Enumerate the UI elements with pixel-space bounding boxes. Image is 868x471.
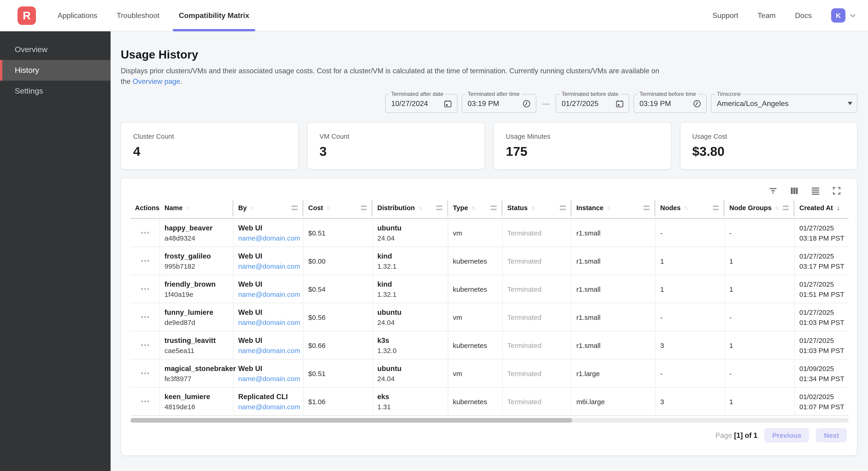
tab-troubleshoot[interactable]: Troubleshoot xyxy=(107,0,169,31)
column-menu-icon[interactable] xyxy=(644,206,650,210)
scrollbar-thumb[interactable] xyxy=(130,418,572,422)
email-link[interactable]: name@domain.com xyxy=(238,233,303,242)
distribution-name: ubuntu xyxy=(377,223,448,232)
table-row: happy_beavera48d9324 Web UIname@domain.c… xyxy=(130,219,849,247)
clock-icon[interactable] xyxy=(522,99,531,108)
sort-icon[interactable]: ↑↓ xyxy=(531,204,534,211)
email-link[interactable]: name@domain.com xyxy=(238,318,303,326)
email-link[interactable]: name@domain.com xyxy=(238,262,303,270)
sort-icon[interactable]: ↑↓ xyxy=(250,204,253,211)
calendar-icon[interactable] xyxy=(443,99,453,108)
account-menu-button[interactable]: K xyxy=(831,8,857,23)
column-menu-icon[interactable] xyxy=(491,206,497,210)
column-header-status[interactable]: Status↑↓ xyxy=(503,198,572,218)
sort-icon[interactable]: ↑↓ xyxy=(775,204,778,211)
columns-button[interactable] xyxy=(790,186,799,196)
column-header-cost[interactable]: Cost↑↓ xyxy=(304,198,373,218)
created-by: Web UI xyxy=(238,307,303,316)
kebab-menu-icon[interactable] xyxy=(144,232,146,234)
column-menu-icon[interactable] xyxy=(361,206,367,210)
clock-icon[interactable] xyxy=(692,99,702,108)
column-header-type[interactable]: Type↑↓ xyxy=(448,198,503,218)
column-header-instance[interactable]: Instance↑↓ xyxy=(572,198,656,218)
fullscreen-button[interactable] xyxy=(832,186,841,196)
nav-link-docs[interactable]: Docs xyxy=(795,11,812,20)
node-groups-cell: - xyxy=(725,359,795,387)
distribution-name: kind xyxy=(377,279,448,288)
sort-icon[interactable]: ↑↓ xyxy=(418,204,421,211)
column-label: By xyxy=(238,204,247,211)
status-cell: Terminated xyxy=(503,219,572,246)
kebab-menu-icon[interactable] xyxy=(144,288,146,290)
kebab-menu-icon[interactable] xyxy=(144,260,146,262)
overview-page-link[interactable]: Overview page xyxy=(133,78,180,85)
sidebar: Overview History Settings xyxy=(0,31,111,471)
kebab-menu-icon[interactable] xyxy=(144,401,146,402)
email-link[interactable]: name@domain.com xyxy=(238,402,303,411)
distribution-cell: ubuntu24.04 xyxy=(373,219,448,246)
created-time: 03:17 PM PST xyxy=(799,262,849,270)
sort-desc-icon[interactable]: ↓ xyxy=(837,204,840,212)
column-header-created-at[interactable]: Created At↓ xyxy=(795,198,849,218)
sort-icon[interactable]: ↑↓ xyxy=(471,204,474,211)
email-link[interactable]: name@domain.com xyxy=(238,290,303,298)
next-page-button[interactable]: Next xyxy=(816,428,847,442)
cost-cell: $0.66 xyxy=(304,331,373,359)
terminated-before-date-field[interactable]: Terminated before date 01/27/2025 xyxy=(556,94,629,113)
column-menu-icon[interactable] xyxy=(783,206,789,210)
distribution-cell: ubuntu24.04 xyxy=(373,303,448,331)
timezone-select[interactable]: Timezone America/Los_Angeles xyxy=(711,94,858,113)
sort-icon[interactable]: ↑↓ xyxy=(326,204,330,211)
terminated-after-date-field[interactable]: Terminated after date 10/27/2024 xyxy=(385,94,458,113)
sort-icon[interactable]: ↑↓ xyxy=(684,204,687,211)
sidebar-item-history[interactable]: History xyxy=(0,60,111,81)
field-value: America/Los_Angeles xyxy=(717,99,844,108)
sort-icon[interactable]: ↑↓ xyxy=(607,204,610,211)
table-row: funny_lumierede9ed87d Web UIname@domain.… xyxy=(130,303,849,331)
column-header-name[interactable]: Name↑↓ xyxy=(160,198,234,218)
column-header-nodes[interactable]: Nodes↑↓ xyxy=(656,198,725,218)
cost-value: $0.51 xyxy=(308,369,372,378)
kebab-menu-icon[interactable] xyxy=(144,344,146,346)
terminated-before-time-field[interactable]: Terminated before time 03:19 PM xyxy=(633,94,707,113)
terminated-after-time-field[interactable]: Terminated after time 03:19 PM xyxy=(462,94,536,113)
stat-value: 4 xyxy=(133,144,286,159)
column-menu-icon[interactable] xyxy=(713,206,719,210)
filter-button[interactable] xyxy=(769,186,778,196)
sidebar-item-overview[interactable]: Overview xyxy=(0,39,111,60)
kebab-menu-icon[interactable] xyxy=(144,372,146,374)
nav-link-team[interactable]: Team xyxy=(758,11,776,20)
distribution-cell: k3s1.32.0 xyxy=(373,331,448,359)
column-header-node-groups[interactable]: Node Groups↑↓ xyxy=(725,198,795,218)
column-header-actions: Actions xyxy=(130,198,160,218)
filter-icon xyxy=(769,186,778,196)
previous-page-button[interactable]: Previous xyxy=(764,428,809,442)
nav-link-support[interactable]: Support xyxy=(713,11,738,20)
by-cell: Web UIname@domain.com xyxy=(234,331,304,359)
email-link[interactable]: name@domain.com xyxy=(238,374,303,383)
status-badge: Terminated xyxy=(507,257,571,265)
status-badge: Terminated xyxy=(507,313,571,321)
column-menu-icon[interactable] xyxy=(292,206,298,210)
density-button[interactable] xyxy=(811,186,820,196)
column-menu-icon[interactable] xyxy=(560,206,566,210)
column-header-distribution[interactable]: Distribution↑↓ xyxy=(373,198,448,218)
distribution-name: ubuntu xyxy=(377,307,448,316)
sort-icon[interactable]: ↑↓ xyxy=(186,204,189,211)
email-link[interactable]: name@domain.com xyxy=(238,346,303,355)
type-value: kubernetes xyxy=(453,397,502,406)
column-header-by[interactable]: By↑↓ xyxy=(234,198,304,218)
calendar-icon[interactable] xyxy=(615,99,624,108)
column-menu-icon[interactable] xyxy=(436,206,442,210)
by-cell: Web UIname@domain.com xyxy=(234,219,304,246)
app-logo[interactable]: R xyxy=(18,6,36,25)
horizontal-scrollbar[interactable] xyxy=(130,418,849,422)
tab-applications[interactable]: Applications xyxy=(48,0,107,31)
row-actions-cell xyxy=(130,331,160,359)
sidebar-item-settings[interactable]: Settings xyxy=(0,81,111,101)
kebab-menu-icon[interactable] xyxy=(144,316,146,318)
node-groups-value: - xyxy=(729,228,794,237)
column-label: Status xyxy=(507,204,528,211)
cluster-name: trusting_leavitt xyxy=(164,336,233,345)
tab-compatibility-matrix[interactable]: Compatibility Matrix xyxy=(169,0,259,31)
